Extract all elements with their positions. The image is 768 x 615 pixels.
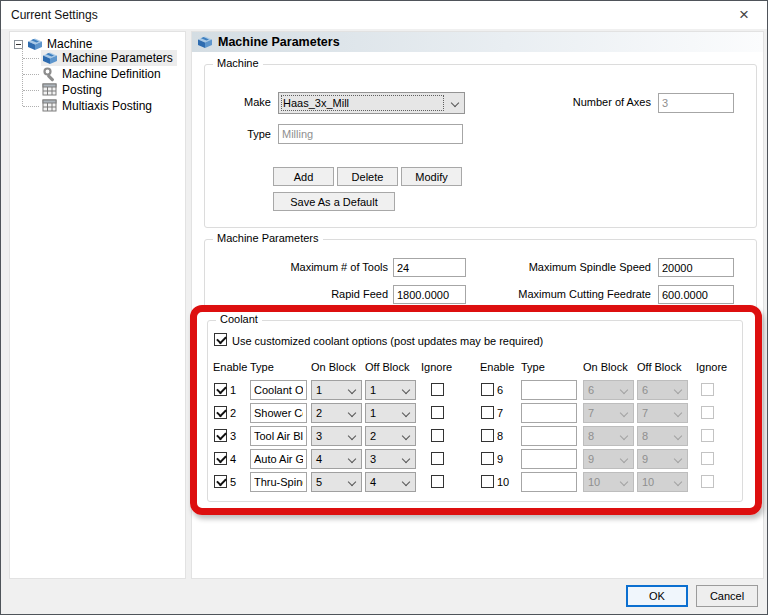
- coolant-type-input[interactable]: [521, 472, 577, 492]
- coolant-type-input[interactable]: [250, 426, 307, 446]
- on-block-select[interactable]: 2: [311, 403, 362, 423]
- make-select[interactable]: Haas_3x_Mill: [278, 92, 465, 114]
- on-block-select[interactable]: 4: [311, 449, 362, 469]
- off-block-select[interactable]: 4: [365, 472, 416, 492]
- coolant-enable-checkbox[interactable]: [214, 475, 227, 488]
- tree-item-posting[interactable]: Posting: [41, 82, 106, 98]
- tree-item-machine-definition[interactable]: Machine Definition: [41, 66, 165, 82]
- off-block-value: 1: [370, 407, 376, 419]
- coolant-ignore-checkbox[interactable]: [431, 475, 444, 488]
- coolant-enable-checkbox[interactable]: [481, 452, 494, 465]
- on-block-value: 9: [588, 453, 594, 465]
- on-block-select[interactable]: 1: [311, 380, 362, 400]
- coolant-enable-checkbox[interactable]: [214, 429, 227, 442]
- coolant-ignore-checkbox[interactable]: [431, 383, 444, 396]
- off-block-select[interactable]: 7: [637, 403, 688, 423]
- coolant-row-number: 8: [497, 430, 503, 442]
- coolant-enable-checkbox[interactable]: [214, 406, 227, 419]
- coolant-enable-checkbox[interactable]: [214, 452, 227, 465]
- on-block-value: 5: [316, 476, 322, 488]
- machine-group: Machine Make Haas_3x_Mill Number of Axes…: [204, 64, 757, 228]
- coolant-type-input[interactable]: [521, 426, 577, 446]
- on-block-value: 6: [588, 384, 594, 396]
- coolant-enable-checkbox[interactable]: [481, 383, 494, 396]
- coolant-row: 4 4 3 9 9 9: [208, 449, 742, 469]
- coolant-ignore-checkbox: [701, 452, 714, 465]
- use-custom-coolant-label: Use customized coolant options (post upd…: [232, 335, 543, 347]
- on-block-select[interactable]: 7: [583, 403, 634, 423]
- max-cutting-feedrate-field[interactable]: [658, 285, 734, 304]
- coolant-enable-checkbox[interactable]: [214, 383, 227, 396]
- coolant-type-input[interactable]: [521, 449, 577, 469]
- use-custom-coolant-checkbox[interactable]: [214, 333, 227, 346]
- coolant-type-input[interactable]: [250, 403, 307, 423]
- on-block-select[interactable]: 5: [311, 472, 362, 492]
- off-block-select[interactable]: 10: [637, 472, 688, 492]
- cancel-button[interactable]: Cancel: [696, 585, 758, 607]
- settings-tree-panel: Machine Machine Parameters Machine Defin…: [9, 31, 186, 579]
- off-block-select[interactable]: 1: [365, 403, 416, 423]
- off-block-select[interactable]: 8: [637, 426, 688, 446]
- off-block-value: 6: [642, 384, 648, 396]
- off-block-select[interactable]: 6: [637, 380, 688, 400]
- coolant-ignore-checkbox[interactable]: [431, 452, 444, 465]
- on-block-select[interactable]: 3: [311, 426, 362, 446]
- off-block-value: 4: [370, 476, 376, 488]
- machine-parameters-group-title: Machine Parameters: [213, 232, 323, 244]
- off-block-select[interactable]: 9: [637, 449, 688, 469]
- coolant-type-input[interactable]: [521, 380, 577, 400]
- coolant-enable-checkbox[interactable]: [481, 475, 494, 488]
- off-block-value: 8: [642, 430, 648, 442]
- on-block-value: 4: [316, 453, 322, 465]
- chevron-down-icon: [674, 386, 682, 394]
- tree-connector-stub: [23, 74, 39, 75]
- coolant-row-number: 3: [230, 430, 236, 442]
- off-block-value: 2: [370, 430, 376, 442]
- close-icon[interactable]: ×: [729, 3, 759, 27]
- coolant-group-title: Coolant: [216, 313, 262, 325]
- off-block-select[interactable]: 2: [365, 426, 416, 446]
- chevron-down-icon: [674, 455, 682, 463]
- coolant-enable-checkbox[interactable]: [481, 406, 494, 419]
- coolant-type-input[interactable]: [250, 449, 307, 469]
- focus-rect: [281, 95, 444, 111]
- on-block-value: 10: [588, 476, 600, 488]
- coolant-row-number: 9: [497, 453, 503, 465]
- coolant-enable-checkbox[interactable]: [481, 429, 494, 442]
- coolant-row-number: 2: [230, 407, 236, 419]
- col-header-on-block: On Block: [583, 361, 628, 373]
- coolant-type-input[interactable]: [250, 472, 307, 492]
- coolant-ignore-checkbox[interactable]: [431, 406, 444, 419]
- on-block-select[interactable]: 8: [583, 426, 634, 446]
- chevron-down-icon: [620, 409, 628, 417]
- col-header-off-block: Off Block: [637, 361, 681, 373]
- coolant-type-input[interactable]: [250, 380, 307, 400]
- chevron-down-icon: [620, 478, 628, 486]
- col-header-ignore: Ignore: [696, 361, 727, 373]
- on-block-select[interactable]: 10: [583, 472, 634, 492]
- delete-button[interactable]: Delete: [337, 167, 398, 186]
- number-of-axes-field[interactable]: [658, 93, 734, 113]
- type-field[interactable]: [278, 124, 463, 144]
- add-button[interactable]: Add: [273, 167, 334, 186]
- off-block-select[interactable]: 3: [365, 449, 416, 469]
- rapid-feed-label: Rapid Feed: [205, 288, 388, 300]
- off-block-value: 7: [642, 407, 648, 419]
- tree-connector-line: [22, 48, 23, 106]
- coolant-ignore-checkbox[interactable]: [431, 429, 444, 442]
- coolant-row-number: 1: [230, 384, 236, 396]
- chevron-down-icon: [348, 478, 356, 486]
- coolant-type-input[interactable]: [521, 403, 577, 423]
- save-as-default-button[interactable]: Save As a Default: [273, 192, 395, 211]
- tree-item-multiaxis-posting[interactable]: Multiaxis Posting: [41, 98, 156, 114]
- on-block-select[interactable]: 9: [583, 449, 634, 469]
- tree-item-machine-parameters[interactable]: Machine Parameters: [41, 50, 177, 66]
- coolant-ignore-checkbox: [701, 429, 714, 442]
- max-spindle-speed-field[interactable]: [658, 258, 734, 277]
- off-block-select[interactable]: 1: [365, 380, 416, 400]
- off-block-value: 9: [642, 453, 648, 465]
- on-block-select[interactable]: 6: [583, 380, 634, 400]
- ok-button[interactable]: OK: [626, 585, 688, 607]
- wrench-icon: [42, 66, 58, 82]
- modify-button[interactable]: Modify: [401, 167, 462, 186]
